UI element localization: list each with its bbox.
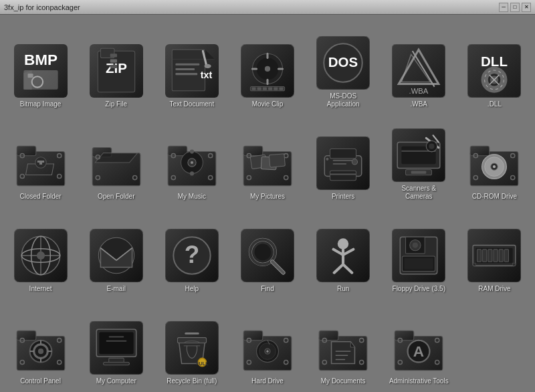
- icon-item-run[interactable]: Run: [308, 206, 379, 293]
- svg-rect-33: [257, 88, 261, 90]
- svg-point-165: [37, 349, 43, 354]
- icon-item-closed-folder[interactable]: Closed Folder: [5, 114, 76, 201]
- icon-label-help: Help: [185, 285, 199, 293]
- svg-rect-183: [243, 330, 263, 340]
- svg-rect-54: [17, 146, 36, 155]
- icon-image-movie: [241, 44, 294, 98]
- icon-label-txt: Text Document: [170, 100, 215, 108]
- icon-item-find[interactable]: Find: [232, 206, 302, 293]
- svg-point-191: [266, 351, 268, 353]
- icon-item-wba[interactable]: .WBA .WBA: [384, 21, 454, 108]
- svg-rect-18: [175, 68, 195, 70]
- svg-rect-151: [488, 250, 492, 262]
- icon-image-my-computer: [90, 321, 143, 375]
- icon-label-wba: .WBA: [410, 100, 427, 108]
- icon-item-my-pictures[interactable]: My Pictures: [232, 114, 302, 201]
- icon-item-my-music[interactable]: My Music: [156, 114, 227, 201]
- svg-point-73: [191, 161, 193, 164]
- svg-rect-17: [175, 64, 199, 66]
- icon-item-control-panel[interactable]: Control Panel: [5, 298, 76, 385]
- svg-rect-32: [251, 88, 255, 90]
- svg-rect-35: [268, 88, 272, 90]
- close-button[interactable]: ✕: [522, 3, 531, 12]
- svg-rect-36: [274, 88, 278, 90]
- icon-item-hard-drive[interactable]: Hard Drive: [232, 298, 302, 385]
- icon-image-dll: DLL: [467, 44, 521, 98]
- icon-item-open-folder[interactable]: Open Folder: [81, 114, 151, 201]
- icon-image-admin-tools: A: [392, 321, 445, 375]
- svg-text:.WBA: .WBA: [409, 87, 429, 95]
- icon-item-my-computer[interactable]: My Computer: [81, 298, 151, 385]
- icon-label-floppy: Floppy Drive (3.5): [393, 285, 445, 293]
- svg-rect-204: [395, 330, 414, 340]
- icon-label-closed-folder: Closed Folder: [19, 193, 61, 201]
- icon-image-internet: [14, 229, 68, 282]
- svg-point-99: [429, 144, 435, 149]
- svg-text:txt: txt: [201, 70, 213, 80]
- title-bar: 3fx_ip for iconpackager ─ □ ✕: [0, 0, 535, 15]
- icon-image-find: [241, 229, 294, 282]
- svg-marker-3: [23, 70, 31, 90]
- svg-text:A: A: [413, 343, 424, 360]
- icon-item-internet[interactable]: Internet: [5, 206, 76, 293]
- icon-item-recycle-full[interactable]: FULL Recycle Bin (full): [156, 298, 227, 385]
- svg-rect-152: [494, 250, 498, 262]
- svg-rect-84: [269, 154, 285, 167]
- icon-item-help[interactable]: ? Help: [156, 206, 227, 293]
- icon-label-my-music: My Music: [178, 193, 206, 201]
- icon-label-open-folder: Open Folder: [98, 193, 135, 201]
- icon-item-movie[interactable]: Movie Clip: [232, 21, 302, 108]
- title-bar-text: 3fx_ip for iconpackager: [4, 3, 499, 11]
- icon-item-my-documents[interactable]: My Documents: [308, 298, 379, 385]
- icon-item-scanners[interactable]: Scanners & Cameras: [384, 114, 454, 201]
- icon-item-email[interactable]: E-mail: [81, 206, 151, 293]
- icon-label-zip: Zip File: [105, 100, 127, 108]
- icon-item-dll[interactable]: DLL .DLL: [459, 21, 530, 108]
- svg-text:BMP: BMP: [24, 52, 58, 68]
- icon-item-txt[interactable]: txt Text Document: [156, 21, 227, 108]
- svg-rect-158: [17, 330, 36, 340]
- svg-point-118: [36, 252, 44, 260]
- icon-label-internet: Internet: [29, 285, 52, 293]
- maximize-button[interactable]: □: [510, 3, 520, 12]
- minimize-button[interactable]: ─: [499, 3, 508, 12]
- icon-label-hard-drive: Hard Drive: [251, 377, 284, 385]
- icon-label-printers: Printers: [332, 193, 354, 201]
- icon-item-admin-tools[interactable]: A Administrative Tools: [384, 298, 454, 385]
- icon-item-cdrom[interactable]: CD-ROM Drive: [459, 114, 530, 201]
- icon-item-bmp[interactable]: BMP Bitmap Image: [5, 21, 76, 108]
- icon-image-my-documents: [316, 321, 370, 375]
- svg-rect-90: [333, 163, 347, 165]
- icon-label-my-pictures: My Pictures: [250, 193, 285, 201]
- icon-item-ram[interactable]: RAM Drive: [459, 206, 530, 293]
- svg-rect-11: [110, 60, 116, 63]
- icon-label-movie: Movie Clip: [252, 100, 284, 108]
- svg-rect-103: [471, 146, 490, 155]
- svg-rect-174: [103, 363, 129, 365]
- icon-label-control-panel: Control Panel: [20, 377, 61, 385]
- title-bar-controls: ─ □ ✕: [499, 3, 531, 12]
- svg-text:FULL: FULL: [196, 361, 209, 367]
- icon-label-admin-tools: Administrative Tools: [389, 377, 449, 385]
- icon-image-dos: DOS: [316, 36, 370, 90]
- icon-image-txt: txt: [165, 44, 219, 98]
- svg-rect-155: [473, 263, 476, 266]
- icon-label-dll: .DLL: [488, 100, 502, 108]
- icon-item-dos[interactable]: DOS MS-DOS Application: [308, 21, 379, 108]
- icon-item-floppy[interactable]: Floppy Drive (3.5): [384, 206, 454, 293]
- icon-label-my-documents: My Documents: [321, 377, 366, 385]
- svg-rect-156: [513, 263, 516, 266]
- icon-image-wba: .WBA: [392, 44, 445, 98]
- icon-item-printers[interactable]: Printers: [308, 114, 379, 201]
- svg-point-93: [326, 158, 328, 161]
- svg-point-131: [254, 244, 271, 261]
- svg-rect-178: [177, 338, 206, 343]
- svg-point-75: [190, 171, 194, 175]
- svg-rect-5: [27, 74, 33, 78]
- svg-point-133: [338, 238, 348, 249]
- svg-point-74: [190, 149, 194, 153]
- icon-item-zip[interactable]: ZIP Zip File: [81, 21, 151, 108]
- svg-point-22: [204, 64, 211, 68]
- svg-text:DOS: DOS: [328, 54, 358, 70]
- icon-image-control-panel: [14, 321, 68, 375]
